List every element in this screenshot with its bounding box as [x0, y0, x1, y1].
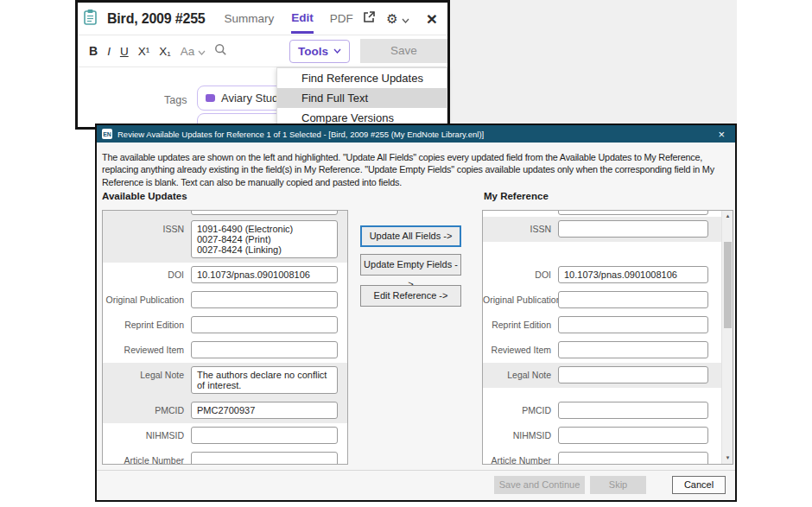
- case-chevron-down-icon[interactable]: [198, 43, 206, 59]
- field-highlight-band: DOI10.1073/pnas.0901008106: [483, 263, 733, 288]
- field-row: Legal NoteThe authors declare no conflic…: [103, 363, 347, 398]
- update-empty-fields-button[interactable]: Update Empty Fields ->: [360, 254, 461, 276]
- field-input-partial[interactable]: [558, 211, 708, 215]
- dialog-titlebar: EN Review Available Updates for Referenc…: [97, 125, 735, 143]
- my-reference-heading: My Reference: [484, 191, 549, 201]
- dialog-description: The available updates are shown on the l…: [102, 151, 727, 188]
- save-and-continue-button: Save and Continue: [494, 476, 585, 494]
- field-input[interactable]: [558, 402, 708, 419]
- tools-menu: Find Reference Updates Find Full Text Co…: [276, 67, 447, 128]
- scrolled-row-sliver: [103, 211, 347, 217]
- field-input[interactable]: [191, 427, 338, 444]
- field-input[interactable]: [558, 316, 708, 333]
- field-label: Reviewed Item: [483, 341, 558, 358]
- tools-button[interactable]: Tools: [289, 40, 350, 63]
- field-input[interactable]: 1091-6490 (Electronic) 0027-8424 (Print)…: [191, 220, 338, 258]
- field-label: Original Publication: [483, 291, 558, 308]
- field-highlight-band: NIHMSID: [483, 423, 733, 448]
- review-updates-dialog: EN Review Available Updates for Referenc…: [95, 124, 737, 502]
- field-row: Reviewed Item: [103, 338, 347, 363]
- tab-summary[interactable]: Summary: [225, 12, 275, 25]
- reference-title: Bird, 2009 #255: [107, 11, 206, 27]
- field-label: PMCID: [103, 402, 191, 419]
- italic-button[interactable]: I: [107, 45, 111, 58]
- endnote-app-icon: EN: [102, 129, 112, 139]
- field-input[interactable]: [191, 291, 338, 308]
- field-row: NIHMSID: [103, 423, 347, 448]
- scroll-up-icon[interactable]: ▲: [722, 211, 733, 222]
- save-button: Save: [360, 39, 447, 63]
- field-label: DOI: [483, 266, 558, 283]
- field-label: Legal Note: [103, 366, 191, 383]
- superscript-button[interactable]: X¹: [138, 45, 150, 58]
- dialog-close-icon[interactable]: ×: [713, 129, 730, 140]
- field-row: Reprint Edition: [483, 313, 733, 338]
- clipboard-icon: [83, 9, 98, 29]
- field-row: Legal Note: [483, 363, 733, 398]
- footer-divider: [97, 470, 735, 471]
- cancel-button[interactable]: Cancel: [672, 476, 726, 494]
- tags-label: Tags: [164, 94, 187, 106]
- field-row: PMCID: [483, 398, 733, 423]
- field-highlight-band: Reprint Edition: [483, 313, 733, 338]
- field-label: Article Number: [103, 452, 191, 465]
- field-input[interactable]: [558, 341, 708, 358]
- field-row: Reprint Edition: [103, 313, 347, 338]
- menu-item-find-reference-updates[interactable]: Find Reference Updates: [277, 68, 447, 88]
- field-input[interactable]: [558, 427, 708, 444]
- open-in-new-window-icon[interactable]: [363, 10, 376, 27]
- field-label: Article Number: [483, 452, 558, 465]
- update-all-fields-button[interactable]: Update All Fields ->: [360, 225, 461, 247]
- field-highlight-band: Original Publication: [483, 288, 733, 313]
- field-input[interactable]: [191, 316, 338, 333]
- field-input[interactable]: [558, 452, 708, 465]
- tag-icon: [206, 94, 215, 102]
- field-label: NIHMSID: [103, 427, 191, 444]
- editor-close-icon[interactable]: ×: [427, 10, 437, 28]
- field-input[interactable]: [191, 452, 338, 465]
- field-row: DOI10.1073/pnas.0901008106: [483, 263, 733, 288]
- field-input[interactable]: The authors declare no conflict of inter…: [191, 366, 338, 394]
- right-panel-scrollbar[interactable]: ▲ ▼: [721, 211, 733, 464]
- bold-button[interactable]: B: [89, 44, 98, 58]
- text-case-button[interactable]: Aa: [181, 45, 195, 58]
- field-label: Reprint Edition: [103, 316, 191, 333]
- menu-item-find-full-text[interactable]: Find Full Text: [277, 88, 447, 108]
- field-row: Article Number: [103, 448, 347, 465]
- underline-button[interactable]: U: [120, 45, 129, 58]
- field-input[interactable]: 10.1073/pnas.0901008106: [558, 266, 708, 283]
- field-input[interactable]: [558, 220, 708, 238]
- field-label: ISSN: [103, 220, 191, 238]
- gear-chevron-down-icon[interactable]: [402, 11, 409, 27]
- field-input[interactable]: 10.1073/pnas.0901008106: [191, 266, 338, 283]
- available-updates-panel: ISSN1091-6490 (Electronic) 0027-8424 (Pr…: [102, 210, 348, 465]
- field-input-partial[interactable]: [191, 211, 338, 215]
- field-input[interactable]: [558, 291, 708, 308]
- gear-icon[interactable]: ⚙: [386, 12, 397, 25]
- field-row: ISSN: [483, 217, 733, 263]
- tab-edit[interactable]: Edit: [291, 11, 314, 34]
- field-highlight-band: Reviewed Item: [483, 338, 733, 363]
- field-highlight-band: Article Number: [483, 448, 733, 465]
- search-icon[interactable]: [214, 43, 227, 60]
- scrollbar-thumb[interactable]: [724, 242, 732, 328]
- available-updates-heading: Available Updates: [102, 191, 187, 201]
- my-reference-panel: ▲ ▼ ISSNDOI10.1073/pnas.0901008106Origin…: [482, 210, 733, 465]
- field-input[interactable]: [191, 341, 338, 358]
- scroll-down-icon[interactable]: ▼: [722, 453, 733, 464]
- field-row: Original Publication: [483, 288, 733, 313]
- field-row: Original Publication: [103, 288, 347, 313]
- field-label: Reprint Edition: [483, 316, 558, 333]
- field-highlight-band: PMCID: [483, 398, 733, 423]
- field-row: ISSN1091-6490 (Electronic) 0027-8424 (Pr…: [103, 217, 347, 263]
- field-label: Original Publication: [103, 291, 191, 308]
- subscript-button[interactable]: X₁: [159, 45, 171, 58]
- field-label: PMCID: [483, 402, 558, 419]
- field-input[interactable]: [558, 366, 708, 383]
- field-highlight-band: ISSN: [483, 217, 733, 242]
- skip-button: Skip: [590, 476, 646, 494]
- field-input[interactable]: PMC2700937: [191, 402, 338, 419]
- tab-pdf[interactable]: PDF: [330, 12, 353, 25]
- field-row: PMCIDPMC2700937: [103, 398, 347, 423]
- edit-reference-button[interactable]: Edit Reference ->: [360, 285, 461, 307]
